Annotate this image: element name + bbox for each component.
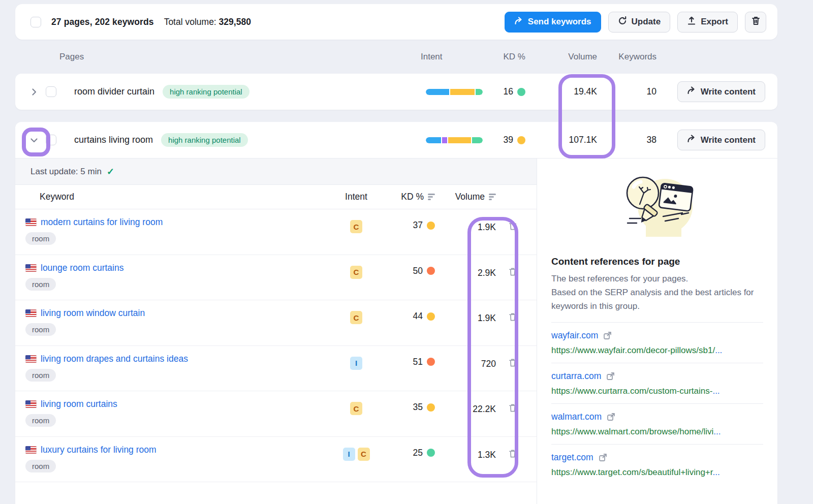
write-content-arrow-icon — [687, 135, 696, 145]
keyword-table: Last update: 5 min ✓ Keyword Intent KD %… — [15, 159, 537, 504]
write-content-button[interactable]: Write content — [677, 81, 765, 102]
intent-segment-commercial — [448, 137, 471, 143]
page-name-cell: room divider curtainhigh ranking potenti… — [66, 85, 421, 99]
intent-bar-cell — [421, 89, 497, 95]
reference-domain-line: target.com — [551, 452, 763, 463]
keyword-link-line: living room curtains — [25, 399, 117, 410]
keyword-link-line: modern curtains for living room — [25, 217, 163, 228]
keyword-kd-cell: 51 — [374, 357, 435, 367]
content-references-panel: Content references for page The best ref… — [537, 159, 777, 504]
reference-domain-link[interactable]: wayfair.com — [551, 330, 598, 341]
reference-item: walmart.comhttps://www.walmart.com/brows… — [551, 403, 763, 444]
export-label: Export — [701, 17, 728, 27]
reference-url-truncation: ... — [715, 345, 722, 355]
keyword-volume-value: 1.3K — [435, 450, 496, 460]
page-card-room-divider-curtain: room divider curtainhigh ranking potenti… — [15, 74, 777, 110]
keyword-link[interactable]: living room curtains — [41, 399, 117, 410]
page-row: room divider curtainhigh ranking potenti… — [15, 74, 777, 110]
reference-url[interactable]: https://www.target.com/s/beautiful+livin… — [551, 467, 763, 478]
update-label: Update — [632, 17, 661, 27]
page-row-checkbox[interactable] — [46, 86, 56, 97]
sort-icon[interactable] — [428, 194, 435, 200]
sort-icon[interactable] — [489, 194, 496, 200]
keyword-kd-cell: 25 — [374, 448, 435, 458]
keyword-volume-value: 22.2K — [435, 404, 496, 415]
keyword-row: living room curtainsroomC3522.2K — [15, 391, 537, 437]
keyword-link[interactable]: living room drapes and curtains ideas — [41, 354, 188, 364]
last-update-bar: Last update: 5 min ✓ — [15, 159, 537, 185]
keyword-cell: lounge room curtainsroom — [25, 263, 338, 291]
reference-url[interactable]: https://www.wayfair.com/decor-pillows/sb… — [551, 345, 763, 356]
keyword-link[interactable]: modern curtains for living room — [41, 217, 163, 228]
reference-url[interactable]: https://www.walmart.com/browse/home/livi… — [551, 427, 763, 437]
send-keywords-button[interactable]: Send keywords — [505, 12, 601, 33]
reference-url-truncation: ... — [712, 386, 720, 396]
intent-badge-i: I — [350, 357, 362, 370]
us-flag-icon — [25, 309, 37, 317]
keyword-cell: living room curtainsroom — [25, 399, 338, 427]
write-content-label: Write content — [701, 87, 756, 97]
keyword-link[interactable]: lounge room curtains — [41, 263, 123, 273]
reference-domain-link[interactable]: curtarra.com — [551, 371, 601, 382]
expanded-panel: Last update: 5 min ✓ Keyword Intent KD %… — [15, 159, 777, 504]
column-intent: Intent — [421, 52, 497, 62]
expand-chevron-icon[interactable] — [25, 83, 43, 101]
external-link-icon[interactable] — [607, 413, 615, 421]
intent-badges-cell: I — [338, 357, 374, 370]
collapse-chevron-icon[interactable] — [25, 132, 43, 149]
external-link-icon[interactable] — [606, 372, 615, 381]
intent-segment-transactional — [472, 137, 483, 143]
check-icon: ✓ — [107, 166, 114, 177]
delete-keyword-button[interactable] — [496, 312, 529, 322]
reference-item: target.comhttps://www.target.com/s/beaut… — [551, 444, 763, 485]
external-link-icon[interactable] — [599, 453, 607, 462]
column-kw-volume-label: Volume — [455, 192, 485, 202]
delete-button[interactable] — [745, 12, 766, 33]
export-button[interactable]: Export — [677, 12, 738, 33]
keyword-link[interactable]: living room window curtain — [41, 308, 145, 319]
kd-cell: 16 — [497, 86, 525, 97]
update-button[interactable]: Update — [608, 12, 671, 33]
reference-domain-line: walmart.com — [551, 412, 763, 422]
keyword-link-line: lounge room curtains — [25, 263, 123, 273]
page-row: curtains living roomhigh ranking potenti… — [15, 122, 777, 159]
keyword-kd-cell: 44 — [374, 311, 435, 322]
external-link-icon[interactable] — [603, 331, 612, 340]
kd-difficulty-dot — [427, 403, 435, 412]
keyword-kd-value: 51 — [413, 357, 423, 367]
intent-distribution-bar — [426, 137, 483, 143]
total-volume-value: 329,580 — [219, 17, 251, 27]
column-kw-kd[interactable]: KD % — [374, 192, 435, 202]
delete-keyword-button[interactable] — [496, 449, 529, 459]
page-row-checkbox[interactable] — [46, 135, 56, 145]
export-icon — [687, 16, 696, 28]
keyword-link[interactable]: luxury curtains for living room — [41, 445, 157, 455]
write-content-button[interactable]: Write content — [677, 130, 765, 150]
reference-url[interactable]: https://www.curtarra.com/custom-curtains… — [551, 386, 763, 396]
intent-segment-informational — [426, 137, 441, 143]
reference-domain-link[interactable]: walmart.com — [551, 412, 602, 422]
refresh-icon — [618, 16, 627, 28]
keyword-cell: modern curtains for living roomroom — [25, 217, 338, 245]
intent-badge-i: I — [343, 448, 355, 461]
send-keywords-label: Send keywords — [528, 17, 591, 27]
us-flag-icon — [25, 446, 37, 454]
column-kw-kd-label: KD % — [401, 192, 424, 202]
keywords-count: 38 — [605, 135, 664, 145]
keyword-row: modern curtains for living roomroomC371.… — [15, 209, 537, 255]
keyword-kd-value: 50 — [413, 266, 423, 276]
column-kw-volume[interactable]: Volume — [435, 192, 496, 202]
delete-keyword-button[interactable] — [496, 221, 529, 231]
intent-badge-c: C — [350, 311, 362, 324]
reference-domain-link[interactable]: target.com — [551, 452, 593, 463]
delete-keyword-button[interactable] — [496, 267, 529, 277]
keyword-table-header: Keyword Intent KD % Volume — [15, 185, 537, 209]
reference-url-text: https://www.curtarra.com/custom-curtains… — [551, 386, 712, 396]
reference-url-text: https://www.wayfair.com/decor-pillows/sb… — [551, 345, 715, 355]
high-ranking-potential-badge: high ranking potential — [163, 85, 249, 99]
select-all-checkbox[interactable] — [30, 17, 41, 27]
delete-keyword-button[interactable] — [496, 358, 529, 368]
reference-domain-line: curtarra.com — [551, 371, 763, 382]
delete-keyword-button[interactable] — [496, 403, 529, 413]
share-arrow-icon — [514, 17, 523, 27]
